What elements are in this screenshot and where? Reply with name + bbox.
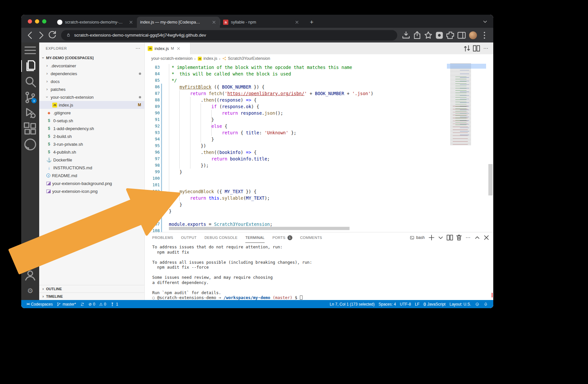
branch-status[interactable]: master*: [55, 300, 78, 308]
section-timeline[interactable]: ›TIMELINE: [39, 292, 144, 300]
panel-tab-ports[interactable]: PORTS1: [272, 232, 292, 243]
browser-tab[interactable]: scratch-extensions-demo/my-…: [54, 17, 137, 28]
code-line[interactable]: 107module.exports = Scratch3YourExtensio…: [145, 221, 493, 227]
minimap[interactable]: [447, 63, 486, 146]
problems-errors[interactable]: ⊘0: [87, 300, 97, 308]
activity-item-debug-icon[interactable]: [21, 105, 39, 121]
tab-close-icon[interactable]: [294, 20, 300, 25]
maximize-panel-icon[interactable]: [473, 233, 482, 242]
panel-tab-output[interactable]: OUTPUT: [181, 232, 197, 243]
code-line[interactable]: 97 return bookinfo.title;: [145, 156, 493, 162]
tree-file-index.js[interactable]: JSindex.jsM: [39, 101, 144, 109]
install-app-icon[interactable]: [400, 30, 412, 41]
indentation-status[interactable]: Spaces: 4: [377, 300, 398, 308]
browser-tab[interactable]: nsyllable - npm: [220, 17, 303, 28]
editor-tab-indexjs[interactable]: JS index.js M: [145, 42, 190, 54]
browser-tab[interactable]: index.js — my-demo [Codespa…: [137, 17, 220, 28]
tab-search-icon[interactable]: [482, 18, 489, 25]
code-line[interactable]: 89 if (response.ok) {: [145, 103, 493, 110]
tree-file-your-extension-background.png[interactable]: your-extension-background.png: [39, 179, 144, 187]
terminal[interactable]: To address issues that do not require at…: [145, 243, 493, 300]
encoding-status[interactable]: UTF-8: [398, 300, 413, 308]
code-line[interactable]: 101: [145, 182, 493, 188]
panel-tab-comments[interactable]: COMMENTS: [300, 232, 322, 243]
zoom-window-button[interactable]: [42, 19, 46, 24]
code-line[interactable]: 91 }: [145, 116, 493, 123]
tree-file-1-add-dependency.sh[interactable]: $1-add-dependency.sh: [39, 125, 144, 132]
tree-file-4-publish.sh[interactable]: $4-publish.sh: [39, 148, 144, 156]
activity-item-extensions-icon[interactable]: [21, 121, 39, 137]
code-line[interactable]: 85 */: [145, 77, 493, 84]
tree-folder-dependencies[interactable]: ›dependencies: [39, 70, 144, 77]
tree-folder-your-scratch-extension[interactable]: ›your-scratch-extension: [39, 93, 144, 101]
code-line[interactable]: 98 });: [145, 162, 493, 169]
code-line[interactable]: 105}: [145, 208, 493, 214]
panel-tab-terminal[interactable]: TERMINAL: [245, 232, 265, 243]
code-line[interactable]: 94 }: [145, 136, 493, 142]
breadcrumb-item[interactable]: Scratch3YourExtension: [222, 56, 270, 61]
sync-status[interactable]: [78, 300, 87, 308]
code-line[interactable]: 83 * implementation of the block with th…: [145, 64, 493, 71]
tree-file-your-extension-icon.png[interactable]: your-extension-icon.png: [39, 187, 144, 195]
tab-close-icon[interactable]: [128, 20, 134, 25]
tree-file-INSTRUCTIONS.md[interactable]: ↓INSTRUCTIONS.md: [39, 164, 144, 172]
share-icon[interactable]: [412, 30, 423, 41]
tree-folder-patches[interactable]: ›patches: [39, 85, 144, 93]
close-panel-icon[interactable]: [482, 233, 491, 242]
bookmark-star-icon[interactable]: [423, 30, 434, 41]
code-line[interactable]: 103 return this.syllable(MY_TEXT);: [145, 195, 493, 201]
language-mode[interactable]: {}JavaScript: [421, 300, 448, 308]
code-line[interactable]: 102 mySecondBlock ({ MY_TEXT }) {: [145, 188, 493, 195]
tree-file-Dockerfile[interactable]: ⚓Dockerfile: [39, 156, 144, 164]
breadcrumb-item[interactable]: your-scratch-extension: [151, 56, 192, 61]
extensions-puzzle-icon[interactable]: [445, 30, 456, 41]
activity-item-search-icon[interactable]: [21, 74, 39, 90]
tree-file-3-run-private.sh[interactable]: $3-run-private.sh: [39, 140, 144, 148]
more-actions-icon[interactable]: ⋯: [481, 43, 491, 54]
refresh-icon[interactable]: [47, 30, 58, 41]
code-line[interactable]: 104 }: [145, 201, 493, 208]
eol-status[interactable]: LF: [413, 300, 421, 308]
tree-folder-docs[interactable]: ›docs: [39, 77, 144, 85]
code-line[interactable]: 100: [145, 175, 493, 182]
feedback[interactable]: [473, 300, 482, 308]
minimize-window-button[interactable]: [35, 19, 39, 24]
kill-terminal-icon[interactable]: [455, 233, 463, 242]
editor-hscrollbar-thumb[interactable]: [169, 227, 350, 230]
code-line[interactable]: 96 .then((bookinfo) => {: [145, 149, 493, 156]
panel-tab-debug-console[interactable]: DEBUG CONSOLE: [204, 232, 237, 243]
editor-scrollbar-thumb[interactable]: [488, 164, 493, 195]
extension-icon[interactable]: [434, 30, 445, 41]
code-editor[interactable]: 83 * implementation of the block with th…: [145, 63, 493, 232]
new-terminal-icon[interactable]: [427, 233, 436, 242]
keyboard-layout[interactable]: Layout: U.S.: [448, 300, 473, 308]
back-icon[interactable]: [24, 30, 36, 41]
close-window-button[interactable]: [28, 19, 32, 24]
notifications[interactable]: [482, 300, 490, 308]
cursor-position[interactable]: Ln 7, Col 1 (173 selected): [328, 300, 376, 308]
code-line[interactable]: 84 * this will be called when the block …: [145, 71, 493, 77]
activity-item-menu-icon[interactable]: [21, 42, 39, 58]
activity-item-scm-icon[interactable]: 3: [21, 90, 39, 105]
tree-file-README.md[interactable]: iREADME.md: [39, 172, 144, 179]
close-tab-icon[interactable]: [176, 46, 181, 51]
tab-close-icon[interactable]: [211, 20, 217, 25]
more-menu-icon[interactable]: [479, 30, 490, 41]
explorer-root-folder[interactable]: › MY-DEMO [CODESPACES]: [39, 54, 144, 62]
explorer-more-icon[interactable]: ⋯: [135, 45, 140, 51]
code-line[interactable]: 95 }): [145, 142, 493, 149]
panel-tab-problems[interactable]: PROBLEMS: [152, 232, 173, 243]
code-line[interactable]: 92 else {: [145, 123, 493, 129]
open-changes-icon[interactable]: [462, 43, 472, 54]
ports-status[interactable]: 1: [108, 300, 120, 308]
code-line[interactable]: 88 .then((response) => {: [145, 97, 493, 103]
split-editor-icon[interactable]: [472, 43, 481, 54]
terminal-dropdown-icon[interactable]: [436, 233, 445, 242]
tree-file-0-setup.sh[interactable]: $0-setup.sh: [39, 117, 144, 125]
panel-more-icon[interactable]: ⋯: [464, 233, 472, 242]
terminal-profile-select[interactable]: bash: [410, 235, 425, 240]
tree-folder-.devcontainer[interactable]: ›.devcontainer: [39, 62, 144, 70]
section-outline[interactable]: ›OUTLINE: [39, 285, 144, 292]
forward-icon[interactable]: [36, 30, 47, 41]
problems-warnings[interactable]: ⚠0: [97, 300, 108, 308]
